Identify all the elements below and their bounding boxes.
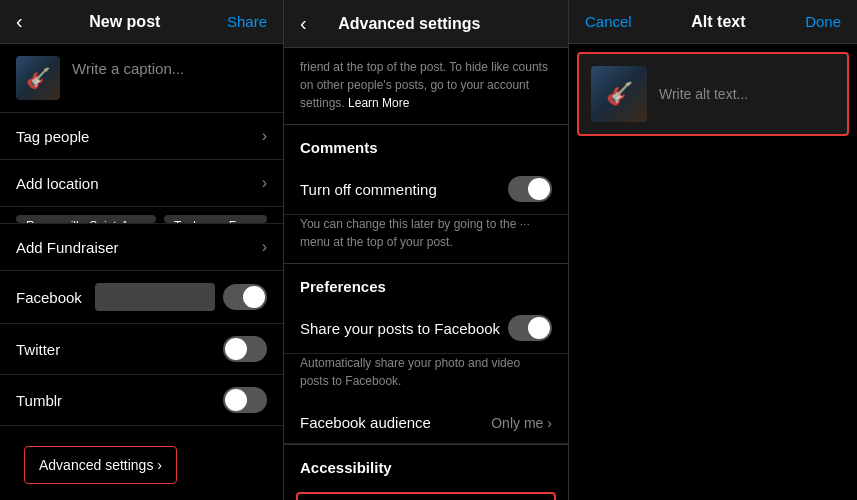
twitter-toggle-row: Twitter	[0, 324, 283, 375]
write-alt-text-row[interactable]: Write alt text ›	[298, 494, 554, 500]
advanced-settings-header: ‹ Advanced settings	[284, 0, 568, 48]
facebook-label: Facebook	[16, 289, 82, 306]
share-to-facebook-toggle[interactable]	[508, 315, 552, 341]
location-tag-1[interactable]: Ramonville-Saint-Agne, Midi-Py...	[16, 215, 156, 223]
facebook-audience-row[interactable]: Facebook audience Only me ›	[284, 402, 568, 444]
advanced-back-button[interactable]: ‹	[300, 12, 307, 35]
comments-section-header: Comments	[284, 125, 568, 164]
facebook-audience-label: Facebook audience	[300, 414, 431, 431]
new-post-title: New post	[89, 13, 160, 31]
add-fundraiser-label: Add Fundraiser	[16, 239, 119, 256]
share-button[interactable]: Share	[227, 13, 267, 30]
location-tags-row: Ramonville-Saint-Agne, Midi-Py... Toulou…	[0, 207, 283, 224]
alt-text-panel: Cancel Alt text Done Write alt text...	[569, 0, 857, 500]
done-button[interactable]: Done	[805, 13, 841, 30]
alt-text-placeholder[interactable]: Write alt text...	[659, 86, 748, 102]
alt-text-input-container: Write alt text...	[659, 66, 835, 122]
add-fundraiser-item[interactable]: Add Fundraiser ›	[0, 224, 283, 271]
facebook-toggle-row: Facebook	[0, 271, 283, 324]
alt-text-header: Cancel Alt text Done	[569, 0, 857, 44]
back-button[interactable]: ‹	[16, 10, 23, 33]
alt-text-title: Alt text	[691, 13, 745, 31]
twitter-label: Twitter	[16, 341, 60, 358]
tumblr-label: Tumblr	[16, 392, 62, 409]
post-thumbnail	[16, 56, 60, 100]
commenting-description: You can change this later by going to th…	[284, 215, 568, 263]
twitter-toggle[interactable]	[223, 336, 267, 362]
preferences-section-header: Preferences	[284, 264, 568, 303]
tumblr-toggle-row: Tumblr	[0, 375, 283, 426]
advanced-settings-label: Advanced settings ›	[39, 457, 162, 473]
turn-off-commenting-label: Turn off commenting	[300, 181, 437, 198]
new-post-header: ‹ New post Share	[0, 0, 283, 44]
write-alt-text-highlighted: Write alt text ›	[296, 492, 556, 500]
facebook-audience-chevron-icon: ›	[547, 415, 552, 431]
add-location-label: Add location	[16, 175, 99, 192]
caption-placeholder: Write a caption...	[72, 56, 184, 77]
learn-more-link[interactable]: Learn More	[348, 96, 409, 110]
add-location-item[interactable]: Add location ›	[0, 160, 283, 207]
tag-people-label: Tag people	[16, 128, 89, 145]
advanced-settings-title: Advanced settings	[338, 15, 480, 33]
facebook-input[interactable]	[95, 283, 215, 311]
facebook-toggle-area	[95, 283, 267, 311]
facebook-audience-value: Only me ›	[491, 415, 552, 431]
caption-area: Write a caption...	[0, 44, 283, 113]
turn-off-commenting-row: Turn off commenting	[284, 164, 568, 215]
cancel-button[interactable]: Cancel	[585, 13, 632, 30]
facebook-share-description: Automatically share your photo and video…	[284, 354, 568, 402]
add-location-chevron-icon: ›	[262, 174, 267, 192]
tag-people-item[interactable]: Tag people ›	[0, 113, 283, 160]
share-to-facebook-row: Share your posts to Facebook	[284, 303, 568, 354]
new-post-panel: ‹ New post Share Write a caption... Tag …	[0, 0, 284, 500]
advanced-settings-scroll: friend at the top of the post. To hide l…	[284, 48, 568, 500]
intro-description: friend at the top of the post. To hide l…	[284, 48, 568, 124]
add-fundraiser-chevron-icon: ›	[262, 238, 267, 256]
turn-off-commenting-toggle[interactable]	[508, 176, 552, 202]
alt-text-thumbnail	[591, 66, 647, 122]
share-to-facebook-label: Share your posts to Facebook	[300, 320, 500, 337]
accessibility-section-header: Accessibility	[284, 445, 568, 484]
advanced-settings-button[interactable]: Advanced settings ›	[24, 446, 177, 484]
tumblr-toggle[interactable]	[223, 387, 267, 413]
advanced-settings-panel: ‹ Advanced settings friend at the top of…	[284, 0, 569, 500]
tag-people-chevron-icon: ›	[262, 127, 267, 145]
location-tag-2[interactable]: Toulouse, Fran...	[164, 215, 267, 223]
alt-text-image-area: Write alt text...	[577, 52, 849, 136]
facebook-toggle[interactable]	[223, 284, 267, 310]
